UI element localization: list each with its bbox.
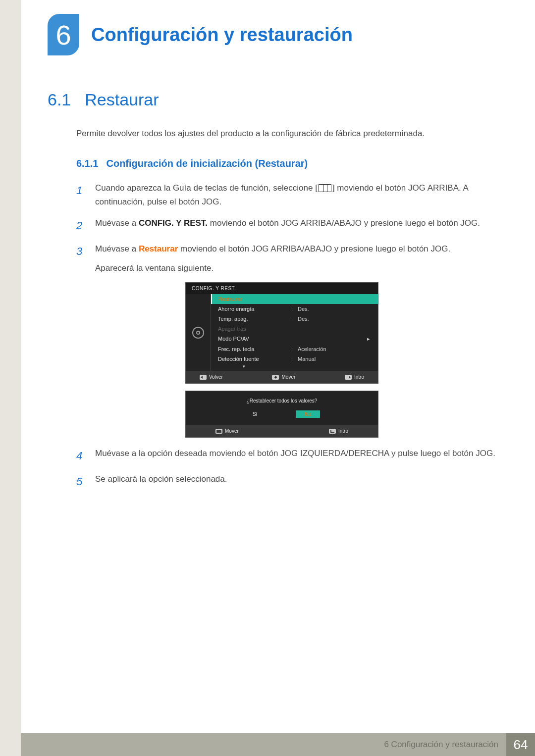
chevron-right-icon: ▸ (367, 336, 372, 342)
step-text: Muévase a CONFIG. Y REST. moviendo el bo… (95, 216, 499, 235)
osd-item-fuente[interactable]: Detección fuente : Manual (211, 354, 378, 364)
osd-item-label: Ahorro energía (218, 306, 292, 312)
osd-item-restaurar[interactable]: Restaurar (211, 294, 378, 304)
step-number: 1 (76, 181, 87, 210)
key-right-icon (345, 375, 352, 380)
key-left-icon (200, 375, 207, 380)
gear-icon (192, 327, 204, 339)
dialog-buttons: Sí No (186, 408, 378, 425)
osd-item-sep: : (292, 346, 298, 352)
osd-body: Restaurar Ahorro energía : Des. Temp. ap… (186, 294, 378, 371)
step-number: 3 (76, 242, 87, 276)
osd-item-temp[interactable]: Temp. apag. : Des. (211, 314, 378, 324)
menu-icon (319, 184, 331, 192)
step3-bold: Restaurar (139, 244, 178, 253)
dialog-footer: Mover Intro (186, 425, 378, 437)
osd-item-sep: : (292, 316, 298, 322)
osd-item-sep: : (292, 356, 298, 362)
step2-pre: Muévase a (95, 218, 139, 228)
section-number: 6.1 (48, 90, 71, 109)
dialog-yes-button[interactable]: Sí (244, 410, 266, 418)
osd-item-sep: : (292, 306, 298, 312)
osd-item-frec[interactable]: Frec. rep. tecla : Aceleración (211, 344, 378, 354)
osd-item-label: Detección fuente (218, 356, 292, 362)
osd-footer-back-label: Volver (209, 374, 223, 380)
dialog-question: ¿Restablecer todos los valores? (186, 391, 378, 408)
step-number: 2 (76, 216, 87, 235)
step-list: 1 Cuando aparezca la Guía de teclas de f… (76, 181, 499, 491)
step-4: 4 Muévase a la opción deseada moviendo e… (76, 447, 499, 465)
main-content: 6.1 Restaurar Permite devolver todos los… (48, 90, 499, 498)
osd-item-label: Restaurar (218, 296, 372, 302)
step1-pre: Cuando aparezca la Guía de teclas de fun… (95, 183, 318, 193)
key-enter-icon (329, 429, 336, 434)
scroll-down-icon: ▾ (211, 364, 378, 371)
step-text: Muévase a la opción deseada moviendo el … (95, 447, 499, 465)
section-intro: Permite devolver todos los ajustes del p… (76, 127, 499, 140)
page-number: 64 (506, 733, 535, 756)
dialog-no-button[interactable]: No (296, 410, 320, 418)
osd-menu: CONFIG. Y REST. Restaurar Ahorro energía… (185, 282, 378, 384)
subsection-title: Configuración de inicialización (Restaur… (106, 158, 308, 169)
osd-item-label: Frec. rep. tecla (218, 346, 292, 352)
osd-icon-column (186, 294, 211, 371)
osd-footer-move: Mover (272, 374, 295, 380)
osd-footer-enter-label: Intro (354, 374, 364, 380)
section-heading: 6.1 Restaurar (48, 90, 499, 109)
osd-item-label: Modo PC/AV (218, 336, 367, 342)
step-number: 4 (76, 447, 87, 465)
sidebar-stripe (0, 0, 21, 756)
osd-footer-enter: Intro (345, 374, 364, 380)
dialog-footer-enter-label: Intro (338, 428, 348, 434)
osd-footer: Volver Mover Intro (186, 371, 378, 383)
step3-pre: Muévase a (95, 244, 139, 253)
osd-item-apagar: Apagar tras (211, 324, 378, 334)
osd-item-label: Apagar tras (218, 326, 372, 332)
osd-footer-move-label: Mover (281, 374, 295, 380)
osd-item-pcav[interactable]: Modo PC/AV ▸ (211, 334, 378, 344)
subsection-number: 6.1.1 (76, 158, 98, 169)
step-text: Muévase a Restaurar moviendo el botón JO… (95, 242, 499, 276)
step-text: Cuando aparezca la Guía de teclas de fun… (95, 181, 499, 210)
step3-post: moviendo el botón JOG ARRIBA/ABAJO y pre… (178, 244, 450, 253)
key-leftright-icon (215, 429, 222, 434)
osd-item-value: Manual (298, 356, 372, 362)
osd-item-value: Des. (298, 306, 372, 312)
osd-title: CONFIG. Y REST. (186, 283, 378, 294)
section-title: Restaurar (85, 90, 159, 109)
step2-bold: CONFIG. Y REST. (139, 218, 208, 228)
chapter-header: 6 Configuración y restauración (48, 14, 353, 55)
step-number: 5 (76, 472, 87, 491)
step-3: 3 Muévase a Restaurar moviendo el botón … (76, 242, 499, 276)
key-updown-icon (272, 375, 279, 380)
osd-items: Restaurar Ahorro energía : Des. Temp. ap… (211, 294, 378, 371)
dialog-footer-enter: Intro (329, 428, 348, 434)
step-5: 5 Se aplicará la opción seleccionada. (76, 472, 499, 491)
step-2: 2 Muévase a CONFIG. Y REST. moviendo el … (76, 216, 499, 235)
step2-post: moviendo el botón JOG ARRIBA/ABAJO y pre… (208, 218, 480, 228)
osd-footer-back: Volver (200, 374, 223, 380)
step-1: 1 Cuando aparezca la Guía de teclas de f… (76, 181, 499, 210)
step3-after: Aparecerá la ventana siguiente. (95, 261, 499, 276)
chapter-title: Configuración y restauración (91, 24, 353, 46)
footer-bar (21, 733, 384, 756)
osd-item-value: Des. (298, 316, 372, 322)
step-text: Se aplicará la opción seleccionada. (95, 472, 499, 491)
osd-item-value: Aceleración (298, 346, 372, 352)
dialog-footer-move-label: Mover (225, 428, 239, 434)
footer-label: 6 Configuración y restauración (384, 733, 506, 756)
page-footer: 6 Configuración y restauración 64 (0, 733, 535, 756)
osd-item-ahorro[interactable]: Ahorro energía : Des. (211, 304, 378, 314)
osd-item-label: Temp. apag. (218, 316, 292, 322)
osd-dialog: ¿Restablecer todos los valores? Sí No Mo… (185, 391, 378, 438)
dialog-footer-move: Mover (215, 428, 239, 434)
chapter-number-badge: 6 (48, 14, 79, 55)
subsection-heading: 6.1.1 Configuración de inicialización (R… (76, 158, 499, 169)
